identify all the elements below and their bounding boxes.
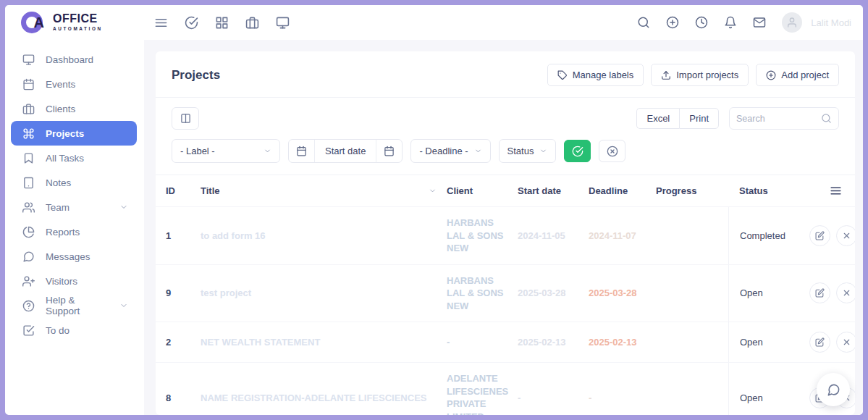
clear-filters-button[interactable] bbox=[599, 140, 625, 162]
search-input[interactable] bbox=[736, 114, 821, 124]
sidebar-item-clients[interactable]: Clients bbox=[11, 96, 137, 121]
project-progress bbox=[656, 333, 728, 352]
chevron-down-icon bbox=[119, 203, 128, 211]
quick-add-icon[interactable] bbox=[666, 16, 679, 29]
calendar-icon[interactable] bbox=[376, 140, 402, 162]
sidebar-item-events[interactable]: Events bbox=[11, 72, 137, 96]
top-bar: A OFFICE AUTOMATION Lalit M bbox=[5, 5, 863, 40]
delete-project-button[interactable] bbox=[836, 332, 855, 353]
sidebar-item-label: Messages bbox=[46, 251, 90, 262]
project-title-link[interactable]: test project bbox=[201, 278, 447, 308]
project-title-link[interactable]: to add form 16 bbox=[201, 221, 447, 251]
tag-icon bbox=[557, 70, 568, 80]
table-search bbox=[729, 107, 839, 130]
sidebar-item-messages[interactable]: Messages bbox=[11, 244, 137, 269]
column-header-client[interactable]: Client bbox=[447, 176, 518, 206]
column-header-title[interactable]: Title bbox=[201, 176, 447, 206]
project-deadline: 2024-11-07 bbox=[589, 221, 656, 251]
edit-project-button[interactable] bbox=[809, 282, 830, 303]
logo-ring-icon: A bbox=[21, 12, 43, 33]
logo-subtitle: AUTOMATION bbox=[53, 27, 103, 31]
sidebar-item-dashboard[interactable]: Dashboard bbox=[11, 47, 137, 72]
label-filter-select[interactable]: - Label - bbox=[172, 139, 280, 163]
app-window: A OFFICE AUTOMATION Lalit M bbox=[0, 0, 868, 420]
project-title-link[interactable]: NAME REGISTRATION-ADELANTE LIFESCIENCES bbox=[201, 383, 447, 413]
table-row: 1 to add form 16 HARBANS LAL & SONS NEW … bbox=[156, 207, 855, 265]
column-header-progress[interactable]: Progress bbox=[656, 176, 728, 206]
bookmark-icon bbox=[22, 152, 35, 164]
column-header-start-date[interactable]: Start date bbox=[518, 176, 589, 206]
chevron-down-icon bbox=[474, 147, 482, 155]
project-id: 9 bbox=[166, 278, 201, 308]
project-client: HARBANS LAL & SONS NEW bbox=[447, 265, 518, 322]
users-icon bbox=[22, 201, 35, 214]
column-header-status[interactable]: Status bbox=[728, 176, 809, 206]
edit-project-button[interactable] bbox=[809, 332, 830, 353]
project-progress bbox=[656, 284, 728, 303]
start-date-filter-label[interactable]: Start date bbox=[315, 140, 376, 162]
sidebar-item-all-tasks[interactable]: All Tasks bbox=[11, 146, 137, 170]
project-id: 2 bbox=[166, 327, 201, 357]
deadline-filter-select[interactable]: - Deadline - bbox=[410, 139, 490, 163]
sidebar-item-label: Notes bbox=[46, 177, 71, 188]
project-client: - bbox=[447, 327, 518, 358]
history-clock-icon[interactable] bbox=[695, 16, 708, 29]
project-deadline: 2025-02-13 bbox=[589, 327, 656, 357]
support-chat-button[interactable] bbox=[817, 373, 850, 406]
apps-grid-icon[interactable] bbox=[215, 16, 229, 30]
edit-icon bbox=[815, 231, 825, 240]
close-icon bbox=[842, 231, 851, 240]
sidebar-item-notes[interactable]: Notes bbox=[11, 170, 137, 195]
upload-icon bbox=[661, 70, 671, 80]
sidebar-item-label: Reports bbox=[46, 227, 80, 238]
search-icon[interactable] bbox=[637, 16, 650, 29]
help-circle-icon bbox=[22, 300, 35, 312]
notifications-bell-icon[interactable] bbox=[724, 16, 737, 29]
chevron-down-icon bbox=[539, 147, 547, 155]
sidebar-item-label: Help & Support bbox=[46, 295, 109, 316]
avatar[interactable] bbox=[782, 12, 802, 33]
status-filter-select[interactable]: Status bbox=[499, 139, 557, 163]
manage-labels-button[interactable]: Manage labels bbox=[547, 64, 644, 86]
sidebar-item-visitors[interactable]: Visitors bbox=[11, 269, 137, 293]
dashboard-shortcut-icon[interactable] bbox=[276, 16, 290, 30]
sidebar-toggle-icon[interactable] bbox=[154, 16, 168, 30]
notes-icon bbox=[22, 177, 35, 189]
project-deadline: - bbox=[589, 383, 656, 413]
tasks-shortcut-icon[interactable] bbox=[185, 16, 198, 30]
project-start-date: 2024-11-05 bbox=[518, 221, 589, 251]
edit-icon bbox=[815, 288, 825, 298]
sidebar-item-reports[interactable]: Reports bbox=[11, 219, 137, 244]
chevron-down-icon bbox=[119, 301, 128, 310]
messages-mail-icon[interactable] bbox=[753, 16, 766, 29]
table-menu-icon[interactable] bbox=[809, 175, 849, 206]
app-logo[interactable]: A OFFICE AUTOMATION bbox=[5, 12, 144, 33]
project-progress bbox=[656, 388, 728, 407]
user-name[interactable]: Lalit Modi bbox=[811, 17, 851, 28]
sidebar-item-label: All Tasks bbox=[46, 153, 84, 164]
project-title-link[interactable]: NET WEALTH STATEMENT bbox=[201, 327, 447, 357]
import-projects-button[interactable]: Import projects bbox=[651, 64, 749, 86]
column-header-deadline[interactable]: Deadline bbox=[589, 176, 656, 206]
column-visibility-button[interactable] bbox=[172, 107, 199, 130]
add-project-button[interactable]: Add project bbox=[756, 64, 839, 86]
sidebar-item-team[interactable]: Team bbox=[11, 195, 137, 219]
delete-project-button[interactable] bbox=[836, 282, 855, 303]
sidebar-item-todo[interactable]: To do bbox=[11, 318, 137, 343]
close-icon bbox=[842, 288, 851, 298]
sort-descending-icon[interactable] bbox=[429, 187, 437, 195]
edit-project-button[interactable] bbox=[809, 225, 830, 246]
close-icon bbox=[842, 337, 851, 347]
sidebar-item-help-support[interactable]: Help & Support bbox=[11, 293, 137, 318]
user-icon bbox=[786, 17, 798, 28]
apply-filters-button[interactable] bbox=[564, 140, 591, 162]
sidebar-item-projects[interactable]: Projects bbox=[11, 121, 137, 146]
sidebar-item-label: To do bbox=[46, 325, 69, 336]
column-header-id[interactable]: ID bbox=[166, 176, 201, 206]
print-button[interactable]: Print bbox=[679, 108, 719, 129]
excel-export-button[interactable]: Excel bbox=[636, 108, 679, 129]
calendar-icon[interactable] bbox=[289, 140, 315, 162]
projects-card: Projects Manage labels Import projects bbox=[156, 51, 855, 415]
clients-shortcut-icon[interactable] bbox=[245, 16, 259, 30]
delete-project-button[interactable] bbox=[836, 225, 855, 246]
